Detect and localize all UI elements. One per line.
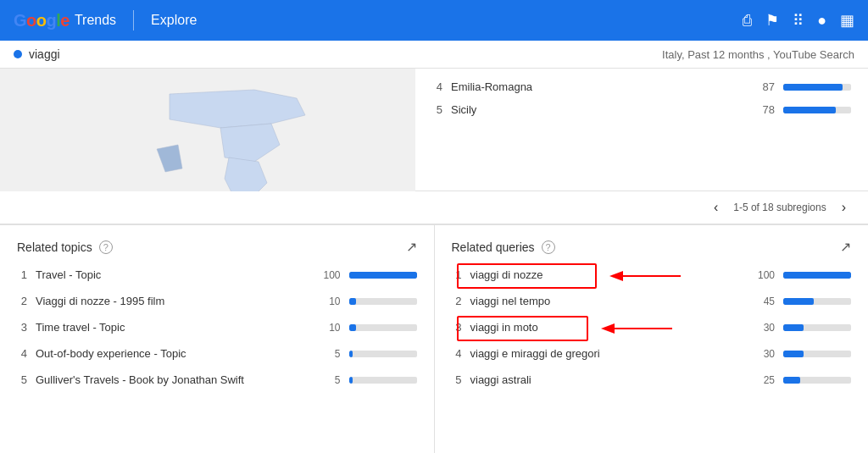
map-container xyxy=(0,69,415,191)
item-rank: 5 xyxy=(452,373,462,386)
item-bar xyxy=(783,377,851,384)
item-value: 25 xyxy=(749,374,775,386)
item-bar xyxy=(783,351,851,357)
topic-row-2: 2 Viaggi di nozze - 1995 film 10 xyxy=(0,288,434,314)
bottom-panels: Related topics ? ↗ 1 Travel - Topic 100 … xyxy=(0,224,868,453)
query-row-5: 5 viaggi astrali 25 xyxy=(435,367,869,393)
item-rank: 3 xyxy=(452,321,462,334)
item-bar-fill xyxy=(783,272,851,279)
region-rank: 5 xyxy=(432,103,442,116)
item-name: Travel - Topic xyxy=(36,268,307,281)
region-name: Sicily xyxy=(451,103,743,116)
item-bar xyxy=(349,272,417,279)
item-bar-fill xyxy=(783,298,814,305)
item-name: Out-of-body experience - Topic xyxy=(36,347,307,360)
header-icons: ⎙ ⚑ ⠿ ● ▦ xyxy=(743,11,854,30)
explore-label: Explore xyxy=(151,13,197,28)
search-bar: viaggi Italy, Past 12 months , YouTube S… xyxy=(0,41,868,69)
region-bar xyxy=(783,107,851,113)
region-value: 87 xyxy=(751,80,775,93)
item-bar-fill xyxy=(349,377,353,384)
related-queries-title: Related queries xyxy=(452,240,535,254)
pagination-bar: ‹ 1-5 of 18 subregions › xyxy=(0,191,868,224)
map-section: 4 Emilia-Romagna 87 5 Sicily 78 xyxy=(0,69,868,191)
google-trends-logo: Google Trends xyxy=(14,11,116,30)
header-divider xyxy=(133,10,134,30)
topic-row-5: 5 Gulliver's Travels - Book by Jonathan … xyxy=(0,367,434,393)
item-value: 5 xyxy=(315,348,341,360)
related-queries-share-button[interactable]: ↗ xyxy=(840,239,851,255)
item-bar xyxy=(783,272,851,279)
item-bar-fill xyxy=(349,298,356,305)
item-rank: 1 xyxy=(452,268,462,281)
item-value: 10 xyxy=(315,296,341,307)
related-topics-panel: Related topics ? ↗ 1 Travel - Topic 100 … xyxy=(0,225,435,453)
item-value: 5 xyxy=(315,374,341,386)
query-row-2: 2 viaggi nel tempo 45 xyxy=(435,288,869,314)
region-rank: 4 xyxy=(432,80,442,93)
related-topics-title: Related topics xyxy=(17,240,92,254)
region-bar-fill xyxy=(783,107,836,113)
region-value: 78 xyxy=(751,103,775,116)
item-bar xyxy=(349,298,417,305)
regions-list: 4 Emilia-Romagna 87 5 Sicily 78 xyxy=(415,69,868,191)
region-name: Emilia-Romagna xyxy=(451,80,743,93)
share-icon[interactable]: ⎙ xyxy=(743,12,752,30)
svg-rect-0 xyxy=(0,69,415,191)
item-bar-fill xyxy=(783,324,804,331)
region-row-4: 4 Emilia-Romagna 87 xyxy=(415,75,868,98)
item-bar xyxy=(349,377,417,384)
item-bar-fill xyxy=(783,377,800,384)
app-header: Google Trends Explore ⎙ ⚑ ⠿ ● ▦ xyxy=(0,0,868,41)
item-name: Viaggi di nozze - 1995 film xyxy=(36,295,307,307)
search-term: viaggi xyxy=(29,47,655,61)
item-rank: 3 xyxy=(17,321,27,334)
related-topics-share-button[interactable]: ↗ xyxy=(406,239,417,255)
topic-row-3: 3 Time travel - Topic 10 xyxy=(0,314,434,340)
query-row-3: 3 viaggi in moto 30 xyxy=(435,314,869,340)
item-value: 100 xyxy=(315,269,341,281)
item-rank: 2 xyxy=(452,295,462,307)
apps-icon[interactable]: ⠿ xyxy=(793,11,804,30)
item-name: Gulliver's Travels - Book by Jonathan Sw… xyxy=(36,373,307,386)
item-value: 45 xyxy=(749,296,775,307)
related-queries-header: Related queries ? ↗ xyxy=(435,225,869,262)
item-value: 30 xyxy=(749,322,775,334)
item-bar-fill xyxy=(349,324,356,331)
item-bar-fill xyxy=(783,351,804,357)
help-icon[interactable]: ? xyxy=(542,240,555,254)
related-queries-panel: Related queries ? ↗ 1 viaggi di nozze 10… xyxy=(435,225,869,453)
item-rank: 5 xyxy=(17,373,27,386)
item-bar xyxy=(783,298,851,305)
item-value: 30 xyxy=(749,348,775,360)
item-name: Time travel - Topic xyxy=(36,321,307,334)
menu-icon[interactable]: ▦ xyxy=(840,11,854,30)
topic-row-1: 1 Travel - Topic 100 xyxy=(0,262,434,288)
item-rank: 4 xyxy=(452,347,462,360)
prev-page-button[interactable]: ‹ xyxy=(709,198,723,217)
query-row-4: 4 viaggi e miraggi de gregori 30 xyxy=(435,340,869,367)
google-wordmark: Google xyxy=(14,11,70,30)
region-bar xyxy=(783,84,851,91)
item-name: viaggi in moto xyxy=(470,321,742,334)
item-bar xyxy=(349,324,417,331)
help-icon[interactable]: ? xyxy=(99,240,113,254)
item-bar-fill xyxy=(349,272,417,279)
item-bar-fill xyxy=(349,351,353,357)
region-row-5: 5 Sicily 78 xyxy=(415,98,868,121)
item-value: 100 xyxy=(749,269,775,281)
related-topics-header: Related topics ? ↗ xyxy=(0,225,434,262)
item-rank: 2 xyxy=(17,295,27,307)
topic-row-4: 4 Out-of-body experience - Topic 5 xyxy=(0,340,434,367)
account-icon[interactable]: ● xyxy=(817,12,826,30)
region-bar-fill xyxy=(783,84,843,91)
item-bar xyxy=(783,324,851,331)
item-bar xyxy=(349,351,417,357)
flag-icon[interactable]: ⚑ xyxy=(765,11,779,30)
next-page-button[interactable]: › xyxy=(837,198,851,217)
italy-map-svg xyxy=(0,69,415,191)
item-rank: 1 xyxy=(17,268,27,281)
trends-label: Trends xyxy=(75,13,116,28)
query-row-1: 1 viaggi di nozze 100 xyxy=(435,262,869,288)
pagination-label: 1-5 of 18 subregions xyxy=(733,202,826,213)
